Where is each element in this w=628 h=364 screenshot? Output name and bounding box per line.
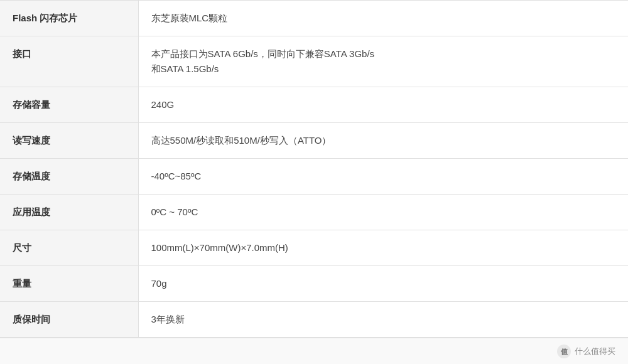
table-row: 应用温度0ºC ~ 70ºC	[0, 195, 628, 230]
spec-label: 读写速度	[0, 123, 138, 159]
spec-table: Flash 闪存芯片东芝原装MLC颗粒接口本产品接口为SATA 6Gb/s，同时…	[0, 0, 628, 338]
spec-label: Flash 闪存芯片	[0, 1, 138, 36]
spec-label: 存储容量	[0, 87, 138, 123]
spec-value: 70g	[138, 266, 628, 302]
spec-label: 重量	[0, 266, 138, 302]
spec-label: 尺寸	[0, 230, 138, 266]
table-row: 尺寸100mm(L)×70mm(W)×7.0mm(H)	[0, 230, 628, 266]
spec-value: 0ºC ~ 70ºC	[138, 195, 628, 230]
spec-value: 东芝原装MLC颗粒	[138, 1, 628, 36]
site-name: 什么值得买	[575, 346, 615, 357]
spec-value: 3年换新	[138, 302, 628, 338]
table-row: 质保时间3年换新	[0, 302, 628, 338]
spec-label: 应用温度	[0, 195, 138, 230]
spec-label: 接口	[0, 36, 138, 87]
spec-label: 存储温度	[0, 159, 138, 195]
spec-value: 240G	[138, 87, 628, 123]
spec-value: 本产品接口为SATA 6Gb/s，同时向下兼容SATA 3Gb/s和SATA 1…	[138, 36, 628, 87]
table-row: 重量70g	[0, 266, 628, 302]
site-logo: 值 什么值得买	[557, 345, 615, 358]
spec-value: -40ºC~85ºC	[138, 159, 628, 195]
table-row: 存储温度-40ºC~85ºC	[0, 159, 628, 195]
logo-symbol: 值	[561, 347, 568, 356]
table-row: 读写速度高达550M/秒读取和510M/秒写入（ATTO）	[0, 123, 628, 159]
table-row: 接口本产品接口为SATA 6Gb/s，同时向下兼容SATA 3Gb/s和SATA…	[0, 36, 628, 87]
spec-value: 高达550M/秒读取和510M/秒写入（ATTO）	[138, 123, 628, 159]
spec-value: 100mm(L)×70mm(W)×7.0mm(H)	[138, 230, 628, 266]
footer: 值 什么值得买	[0, 338, 628, 364]
spec-label: 质保时间	[0, 302, 138, 338]
table-row: 存储容量240G	[0, 87, 628, 123]
table-row: Flash 闪存芯片东芝原装MLC颗粒	[0, 1, 628, 36]
logo-icon: 值	[557, 345, 571, 358]
